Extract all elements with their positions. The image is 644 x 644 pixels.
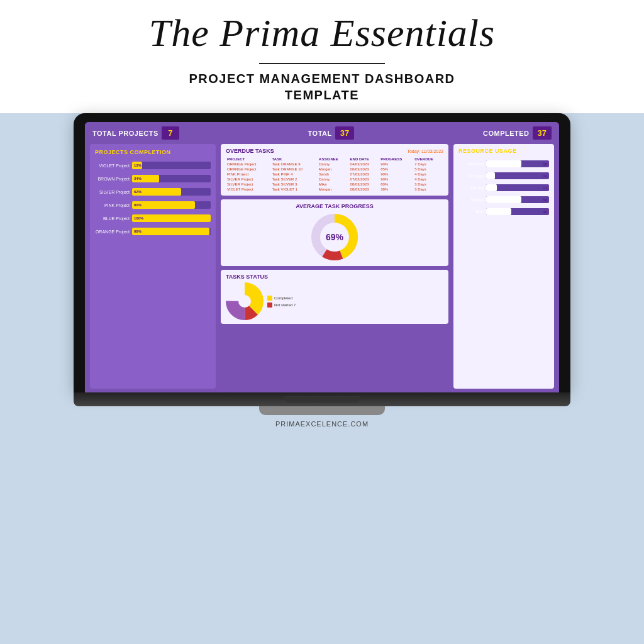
overdue-row: PINK ProjectTask PINK 4Sarah07/03/202390… [226,172,443,177]
overdue-cell: Mike [318,182,349,187]
total-projects-label: TOTAL PROJECTS [92,130,158,137]
resource-row: Whitney 56 [458,160,549,167]
resource-title: RESOURCE USAGE [458,148,549,154]
resource-bar-fill [486,160,521,167]
project-bar-row: VIOLET Project 13% [95,162,211,169]
subtitle: PROJECT MANAGEMENT DASHBOARD TEMPLATE [189,70,455,103]
resource-row: Bob 40 [458,208,549,215]
project-name: PINK Project [95,203,130,208]
overdue-row: SILVER ProjectTask SILVER 3Mike08/03/202… [226,182,443,187]
resource-name: Jordan [458,197,484,202]
overdue-header: PROJECT [226,157,271,162]
overdue-cell: 08/03/2023 [349,182,380,187]
resource-bar-container: 56 [486,196,549,203]
project-name: BLUE Project [95,216,130,221]
resource-name: Morgan [458,174,484,178]
project-bar-row: SILVER Project 62% [95,188,211,196]
overdue-cell: Sarah [318,172,349,177]
project-bar-row: BLUE Project 100% [95,214,211,222]
today-line: Today: 11/03/2023 [407,149,443,153]
resource-bar-fill [486,184,497,191]
overdue-row: VIOLET ProjectTask VIOLET 1Morgan08/03/2… [226,187,443,192]
resource-value: 14 [543,174,547,178]
bar-container: 80% [132,201,211,209]
overdue-cell: SILVER Project [226,182,271,187]
overdue-cell: Morgan [318,187,349,192]
overdue-row: ORANGE ProjectTask ORANGE 9Danny04/03/20… [226,162,443,167]
overdue-header: OVERDUE [413,157,443,162]
bar-container: 13% [132,162,211,169]
resource-value: 17 [543,186,547,190]
overdue-cell: 38% [379,187,413,192]
overdue-cell: SILVER Project [226,177,271,182]
overdue-cell: Danny [318,162,349,167]
resource-bar-fill [486,208,511,215]
overdue-cell: 4 Days [413,172,443,177]
overdue-cell: Task ORANGE 10 [271,167,318,172]
overdue-cell: 90% [379,162,413,167]
legend-completed-color [267,296,272,301]
overdue-cell: Task SILVER 2 [271,177,318,182]
overdue-cell: Task ORANGE 9 [271,162,318,167]
overdue-header: ASSIGNEE [318,157,349,162]
resource-name: Danny [458,186,484,190]
bar-container: 98% [132,228,211,235]
divider [259,63,385,64]
resource-bar-fill [486,196,521,203]
resource-name: Whitney [458,162,484,166]
overdue-cell: Task PINK 4 [271,172,318,177]
resource-bar-container: 14 [486,172,549,179]
overdue-cell: 3 Days [413,187,443,192]
bar-label: 13% [134,164,142,167]
legend-not-started-label: Not started 7 [274,303,296,307]
resource-row: Morgan 14 [458,172,549,179]
stats-bar: TOTAL PROJECTS 7 TOTAL 37 COMPLETED [85,122,559,144]
screen-inner: TOTAL PROJECTS 7 TOTAL 37 COMPLETED [85,122,559,392]
center-column: OVERDUE TASKS Today: 11/03/2023 PROJECTT… [221,144,448,389]
resource-bars: Whitney 56 Morgan 14 Danny 17 Jordan 56 [458,160,549,215]
overdue-cell: Danny [318,177,349,182]
right-column: RESOURCE USAGE Whitney 56 Morgan 14 Dann… [453,144,554,389]
overdue-section: OVERDUE TASKS Today: 11/03/2023 PROJECTT… [221,144,448,196]
bar-label: 100% [134,216,143,220]
overdue-cell: 7 Days [413,162,443,167]
overdue-cell: 90% [379,177,413,182]
total-label: TOTAL [308,130,332,137]
page-wrapper: The Prima Essentials PROJECT MANAGEMENT … [0,0,644,644]
project-bar-row: BROWN Project 34% [95,175,211,182]
overdue-cell: 07/03/2023 [349,177,380,182]
overdue-cell: ORANGE Project [226,167,271,172]
bar-label: 62% [134,190,142,194]
completed-label: COMPLETED [483,130,530,137]
legend-not-started-color [267,303,272,308]
overdue-cell: 90% [379,172,413,177]
overdue-cell: Task VIOLET 1 [271,187,318,192]
overdue-cell: 4 Days [413,177,443,182]
overdue-cell: Morgan [318,167,349,172]
tasks-legend: Completed Not started 7 [267,296,296,308]
resource-bar-container: 40 [486,208,549,215]
overdue-cell: 5 Days [413,167,443,172]
tasks-status-title: TASKS STATUS [226,274,443,280]
avg-progress-section: AVERAGE TASK PROGRESS [221,199,448,266]
project-bars: VIOLET Project 13% BROWN Project 34% SIL… [95,162,211,235]
legend-completed-label: Completed [274,296,292,300]
overdue-row: SILVER ProjectTask SILVER 2Danny07/03/20… [226,177,443,182]
overdue-header: END DATE [349,157,380,162]
bar-label: 80% [134,203,142,207]
overdue-cell: PINK Project [226,172,271,177]
resource-value: 40 [543,210,547,214]
laptop-wrapper: TOTAL PROJECTS 7 TOTAL 37 COMPLETED [74,113,570,415]
overdue-cell: ORANGE Project [226,162,271,167]
overdue-table: PROJECTTASKASSIGNEEEND DATEPROGRESSOVERD… [226,157,443,192]
total-projects-value: 7 [162,126,179,140]
project-name: SILVER Project [95,190,130,194]
overdue-body: ORANGE ProjectTask ORANGE 9Danny04/03/20… [226,162,443,192]
overdue-header: PROGRESS [379,157,413,162]
project-name: BROWN Project [95,177,130,181]
main-content: PROJECTS COMPLETION VIOLET Project 13% B… [85,144,559,392]
overdue-title: OVERDUE TASKS [226,148,274,154]
bar-container: 62% [132,188,211,196]
laptop-screen: TOTAL PROJECTS 7 TOTAL 37 COMPLETED [74,113,570,392]
donut-label: 69% [326,232,343,242]
